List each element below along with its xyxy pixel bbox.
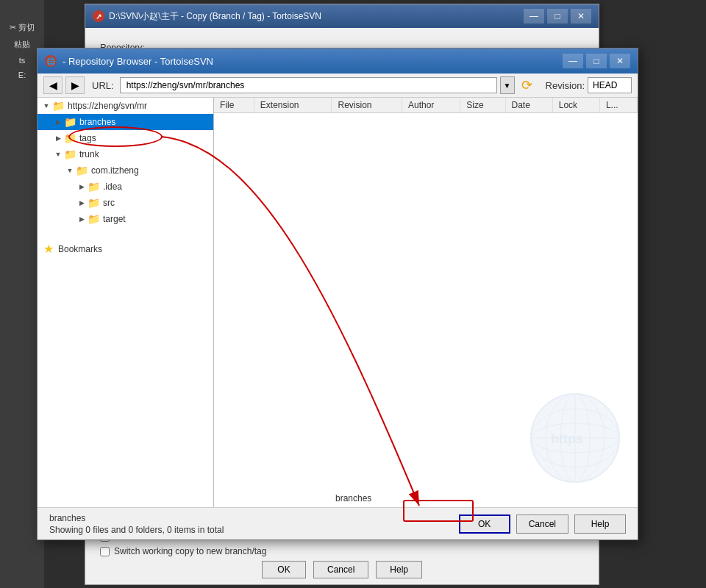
bg-close-btn[interactable]: ✕ (571, 9, 591, 24)
bg-min-btn[interactable]: — (524, 9, 544, 24)
branches-expand-icon: ▶ (52, 116, 64, 128)
tree-item-target-label: target (103, 214, 126, 224)
left-item-cut: ✂ 剪切 (4, 22, 40, 33)
checkbox-switch-label: Switch working copy to new branch/tag (114, 546, 266, 556)
bg-title-left: ↗ D:\SVN\小赵\主干 - Copy (Branch / Tag) - T… (93, 10, 321, 23)
url-dropdown-btn[interactable]: ▼ (500, 76, 515, 94)
bg-ok-btn[interactable]: OK (262, 561, 306, 578)
revision-input[interactable] (588, 77, 632, 93)
tree-root-label: https://zheng/svn/mr (68, 101, 147, 111)
url-label: URL: (92, 80, 114, 91)
status-branches: branches (49, 513, 224, 523)
toolbar: ◀ ▶ URL: ▼ ⟳ Revision: (38, 74, 638, 98)
col-author: Author (402, 98, 460, 113)
trunk-expand-icon: ▼ (52, 148, 64, 160)
root-folder-icon: 📁 (52, 100, 65, 112)
refresh-btn[interactable]: ⟳ (518, 76, 537, 94)
tree-item-trunk-label: trunk (79, 149, 99, 159)
file-panel: File Extension Revision Author Size Date… (214, 98, 638, 530)
content-area: ▼ 📁 https://zheng/svn/mr ▶ 📁 branches ▶ … (38, 98, 638, 530)
main-title-left: 🌐 - Repository Browser - TortoiseSVN (45, 55, 213, 67)
cancel-button[interactable]: Cancel (516, 514, 568, 534)
idea-folder-icon: 📁 (88, 181, 100, 193)
src-folder-icon: 📁 (88, 197, 100, 209)
bg-title-icon: ↗ (93, 10, 104, 22)
tree-item-com-itzheng[interactable]: ▼ 📁 com.itzheng (38, 162, 213, 179)
col-revision: Revision (332, 98, 402, 113)
target-expand-icon: ▶ (76, 213, 88, 225)
globe-watermark: https (527, 390, 623, 486)
tree-item-branches-label: branches (79, 117, 115, 127)
status-bar: branches Showing 0 files and 0 folders, … (38, 507, 638, 539)
tags-folder-icon: 📁 (64, 132, 76, 144)
main-window: 🌐 - Repository Browser - TortoiseSVN — □… (37, 48, 638, 540)
file-table-header: File Extension Revision Author Size Date… (214, 98, 638, 113)
com-expand-icon: ▼ (64, 165, 76, 176)
bg-window-controls[interactable]: — □ ✕ (524, 9, 591, 24)
bg-cancel-btn[interactable]: Cancel (313, 561, 368, 578)
revision-label: Revision: (546, 80, 585, 91)
tree-item-src-label: src (103, 198, 115, 208)
col-extension: Extension (254, 98, 332, 113)
main-min-btn[interactable]: — (563, 54, 583, 68)
tags-expand-icon: ▶ (52, 132, 64, 144)
tree-item-target[interactable]: ▶ 📁 target (38, 211, 213, 227)
status-info: Showing 0 files and 0 folders, 0 items i… (49, 525, 224, 535)
url-input[interactable] (120, 77, 497, 93)
col-lock: Lock (552, 98, 599, 113)
checkbox-switch[interactable] (100, 547, 110, 556)
trunk-folder-icon: 📁 (64, 148, 76, 160)
tree-item-com-label: com.itzheng (91, 165, 139, 176)
left-item-label2: E: (4, 71, 40, 79)
bg-window-titlebar: ↗ D:\SVN\小赵\主干 - Copy (Branch / Tag) - T… (85, 4, 599, 28)
bookmarks-star-icon: ★ (43, 242, 54, 256)
main-close-btn[interactable]: ✕ (610, 54, 630, 68)
bg-max-btn[interactable]: □ (547, 9, 568, 24)
main-window-controls[interactable]: — □ ✕ (563, 54, 630, 68)
branches-folder-icon: 📁 (64, 116, 76, 128)
src-expand-icon: ▶ (76, 197, 88, 209)
back-button[interactable]: ◀ (43, 76, 63, 94)
col-file: File (214, 98, 254, 113)
svg-text:https: https (551, 431, 583, 446)
root-collapse-icon: ▼ (40, 100, 52, 112)
bg-btn-row: OK Cancel Help (100, 561, 584, 578)
main-title-icon: 🌐 (45, 55, 57, 67)
com-folder-icon: 📁 (76, 165, 88, 176)
ok-button[interactable]: OK (459, 514, 510, 534)
file-table: File Extension Revision Author Size Date… (214, 98, 638, 113)
bg-help-btn[interactable]: Help (376, 561, 422, 578)
col-extra: L... (599, 98, 637, 113)
tree-root[interactable]: ▼ 📁 https://zheng/svn/mr (38, 98, 213, 114)
tree-item-branches[interactable]: ▶ 📁 branches (38, 114, 213, 130)
tree-item-idea-label: .idea (103, 182, 122, 192)
tree-item-trunk[interactable]: ▼ 📁 trunk (38, 146, 213, 162)
help-button[interactable]: Help (574, 514, 626, 534)
main-titlebar: 🌐 - Repository Browser - TortoiseSVN — □… (38, 49, 638, 74)
forward-button[interactable]: ▶ (65, 76, 85, 94)
idea-expand-icon: ▶ (76, 181, 88, 193)
tree-item-tags[interactable]: ▶ 📁 tags (38, 130, 213, 146)
tree-item-idea[interactable]: ▶ 📁 .idea (38, 179, 213, 195)
tree-item-tags-label: tags (79, 133, 96, 143)
check-row-2: Switch working copy to new branch/tag (100, 546, 584, 556)
bg-window-title: D:\SVN\小赵\主干 - Copy (Branch / Tag) - Tor… (109, 10, 321, 23)
col-size: Size (460, 98, 505, 113)
tree-panel: ▼ 📁 https://zheng/svn/mr ▶ 📁 branches ▶ … (38, 98, 214, 530)
target-folder-icon: 📁 (88, 213, 100, 225)
tree-item-src[interactable]: ▶ 📁 src (38, 195, 213, 211)
bookmarks-label: Bookmarks (58, 244, 102, 254)
status-text: branches Showing 0 files and 0 folders, … (49, 513, 224, 535)
status-buttons: OK Cancel Help (459, 514, 626, 534)
col-date: Date (505, 98, 552, 113)
left-item-label1: ts (4, 56, 40, 65)
left-item-paste: 粘贴 (4, 39, 40, 50)
main-window-title: - Repository Browser - TortoiseSVN (63, 56, 213, 67)
main-max-btn[interactable]: □ (586, 54, 607, 68)
